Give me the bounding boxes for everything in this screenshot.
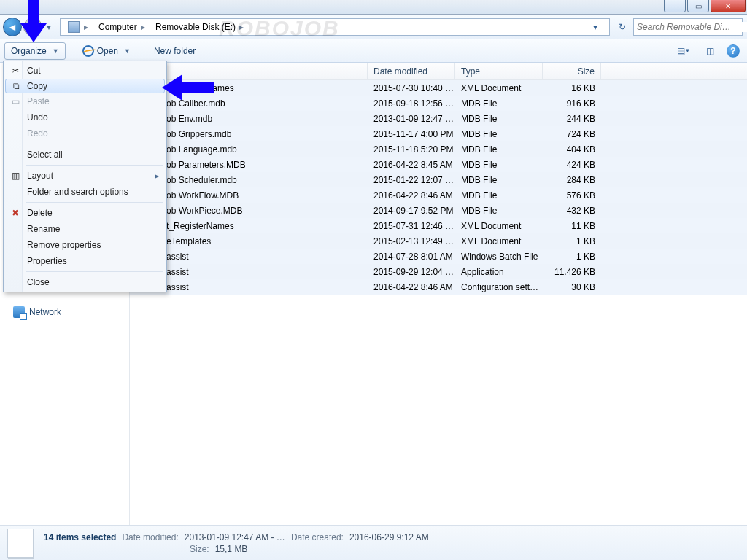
table-row[interactable]: assist2015-09-29 12:04 …Application11.42… xyxy=(130,264,747,279)
cell-size: 284 KB xyxy=(543,175,601,185)
menu-rename[interactable]: Rename xyxy=(5,221,165,237)
copy-icon: ⧉ xyxy=(10,80,22,92)
table-row[interactable]: ob WorkFlow.MDB2016-04-22 8:46 AMMDB Fil… xyxy=(130,187,747,203)
status-count: 14 items selected xyxy=(44,532,116,542)
crumb-removable-disk[interactable]: Removable Disk (E:) ▸ xyxy=(151,19,249,35)
preview-pane-button[interactable]: ◫ xyxy=(700,43,719,59)
minimize-button[interactable]: — xyxy=(664,0,686,12)
status-size-val: 15,1 MB xyxy=(215,544,248,554)
crumb-root[interactable]: ▸ xyxy=(63,19,94,35)
cell-date: 2016-04-22 8:45 AM xyxy=(368,160,455,170)
table-row[interactable]: ob Parameters.MDB2016-04-22 8:45 AMMDB F… xyxy=(130,157,747,172)
table-row[interactable]: eTemplates2015-02-13 12:49 …XML Document… xyxy=(130,233,747,249)
cell-type: MDB File xyxy=(455,98,543,109)
menu-select-all[interactable]: Select all xyxy=(5,147,165,163)
toolbar: Organize ▼ Open ▼ New folder ▤▼ ◫ ? xyxy=(0,39,747,63)
table-row[interactable]: ob Language.mdb2015-11-18 5:20 PMMDB Fil… xyxy=(130,141,747,157)
cell-size: 404 KB xyxy=(543,144,601,155)
organize-label: Organize xyxy=(11,46,47,56)
cell-type: XML Document xyxy=(455,236,543,246)
cell-date: 2014-07-28 8:01 AM xyxy=(368,252,455,262)
column-date[interactable]: Date modified xyxy=(368,63,455,79)
table-row[interactable]: ob Scheduler.mdb2015-01-22 12:07 …MDB Fi… xyxy=(130,172,747,187)
column-headers[interactable]: Name Date modified Type Size xyxy=(130,63,747,80)
menu-folder-options[interactable]: Folder and search options xyxy=(5,184,165,200)
column-size[interactable]: Size xyxy=(543,63,601,79)
chevron-down-icon: ▼ xyxy=(124,47,131,55)
cell-type: MDB File xyxy=(455,175,543,185)
menu-cut[interactable]: ✂Cut xyxy=(5,63,165,79)
delete-icon: ✖ xyxy=(9,207,21,219)
table-row[interactable]: t_RegisterNames2015-07-31 12:46 …XML Doc… xyxy=(130,218,747,233)
cell-size: 11.426 KB xyxy=(543,267,601,277)
cell-size: 30 KB xyxy=(543,282,601,292)
status-modified-val: 2013-01-09 12:47 AM - … xyxy=(185,532,285,542)
menu-remove-properties[interactable]: Remove properties xyxy=(5,237,165,253)
table-row[interactable]: ob Env.mdb2013-01-09 12:47 …MDB File244 … xyxy=(130,111,747,126)
organize-button[interactable]: Organize ▼ xyxy=(4,42,66,60)
cell-type: XML Document xyxy=(455,221,543,231)
menu-paste: ▭Paste xyxy=(5,93,165,109)
cell-type: MDB File xyxy=(455,190,543,201)
refresh-button[interactable]: ↻ xyxy=(614,19,630,35)
cell-type: Application xyxy=(455,267,543,277)
cell-type: MDB File xyxy=(455,129,543,139)
annotation-arrow-copy xyxy=(162,73,214,102)
status-size-key: Size: xyxy=(190,544,209,554)
cell-size: 432 KB xyxy=(543,206,601,216)
cell-date: 2016-04-22 8:46 AM xyxy=(368,282,455,292)
cell-date: 2015-09-18 12:56 … xyxy=(368,98,455,109)
table-row[interactable]: t_RegisterNames2015-07-30 10:40 …XML Doc… xyxy=(130,80,747,96)
status-bar: 14 items selected Date modified: 2013-01… xyxy=(0,525,747,560)
open-button[interactable]: Open ▼ xyxy=(76,42,137,60)
nav-bar: ◄ ► ▾ ▸ Computer ▸ Removable Disk (E:) ▸… xyxy=(0,15,747,39)
network-icon xyxy=(13,306,25,318)
cell-type: MDB File xyxy=(455,144,543,155)
submenu-arrow-icon: ▸ xyxy=(155,171,159,181)
table-row[interactable]: ob WorkPiece.MDB2014-09-17 9:52 PMMDB Fi… xyxy=(130,203,747,218)
crumb-computer-label: Computer xyxy=(98,22,137,32)
cell-date: 2015-07-30 10:40 … xyxy=(368,83,455,93)
help-button[interactable]: ? xyxy=(727,44,740,58)
search-input[interactable] xyxy=(637,22,747,32)
address-bar[interactable]: ▸ Computer ▸ Removable Disk (E:) ▸ ▾ xyxy=(60,18,610,36)
search-box[interactable]: 🔍 xyxy=(633,18,743,36)
table-row[interactable]: ob Grippers.mdb2015-11-17 4:00 PMMDB Fil… xyxy=(130,126,747,141)
table-row[interactable]: assist2016-04-22 8:46 AMConfiguration se… xyxy=(130,279,747,295)
window-controls: — ▭ ✕ xyxy=(664,0,746,12)
new-folder-button[interactable]: New folder xyxy=(147,42,202,60)
cell-type: MDB File xyxy=(455,160,543,170)
svg-marker-1 xyxy=(162,74,214,101)
address-dropdown[interactable]: ▾ xyxy=(587,19,603,35)
cell-size: 576 KB xyxy=(543,190,601,201)
cell-size: 1 KB xyxy=(543,236,601,246)
menu-delete[interactable]: ✖Delete xyxy=(5,205,165,221)
cell-size: 1 KB xyxy=(543,252,601,262)
cell-size: 724 KB xyxy=(543,129,601,139)
status-created-key: Date created: xyxy=(291,532,344,542)
menu-copy[interactable]: ⧉Copy xyxy=(5,79,165,93)
cell-date: 2015-07-31 12:46 … xyxy=(368,221,455,231)
column-type[interactable]: Type xyxy=(455,63,543,79)
open-label: Open xyxy=(97,46,118,56)
menu-layout[interactable]: ▥Layout▸ xyxy=(5,168,165,184)
crumb-computer[interactable]: Computer ▸ xyxy=(94,19,151,35)
file-list[interactable]: Name Date modified Type Size t_RegisterN… xyxy=(130,63,747,525)
table-row[interactable]: ob Caliber.mdb2015-09-18 12:56 …MDB File… xyxy=(130,96,747,111)
maximize-button[interactable]: ▭ xyxy=(687,0,709,12)
cell-size: 244 KB xyxy=(543,114,601,124)
cell-date: 2015-09-29 12:04 … xyxy=(368,267,455,277)
layout-icon: ▥ xyxy=(9,170,21,182)
menu-undo[interactable]: Undo xyxy=(5,109,165,125)
cell-type: MDB File xyxy=(455,206,543,216)
cell-size: 11 KB xyxy=(543,221,601,231)
annotation-arrow-organize xyxy=(18,0,50,42)
table-row[interactable]: assist2014-07-28 8:01 AMWindows Batch Fi… xyxy=(130,249,747,264)
status-modified-key: Date modified: xyxy=(122,532,178,542)
title-bar: — ▭ ✕ xyxy=(0,0,747,15)
menu-close[interactable]: Close xyxy=(5,274,165,290)
sidebar-item-network[interactable]: Network xyxy=(0,303,129,321)
close-window-button[interactable]: ✕ xyxy=(711,0,746,12)
view-options-button[interactable]: ▤▼ xyxy=(674,43,693,59)
menu-properties[interactable]: Properties xyxy=(5,253,165,269)
